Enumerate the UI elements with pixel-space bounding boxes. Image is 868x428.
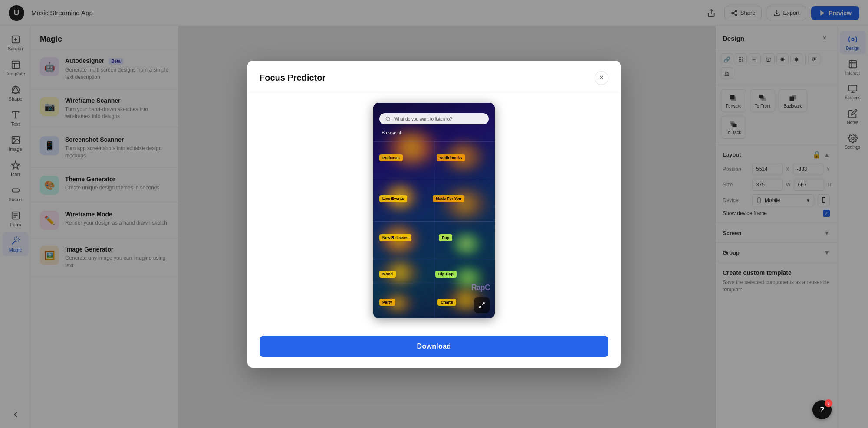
label-pop: Pop xyxy=(439,234,452,241)
svg-point-56 xyxy=(386,117,390,121)
grid-col xyxy=(434,141,434,318)
label-live-events: Live Events xyxy=(379,195,407,202)
help-button[interactable]: ? 6 xyxy=(812,400,832,419)
heat-spot-6 xyxy=(450,232,483,256)
svg-line-58 xyxy=(482,303,484,305)
modal-close-button[interactable]: × xyxy=(595,71,608,85)
label-hiphop: Hip-Hop xyxy=(435,271,457,278)
modal-body: What do you want to listen to? Browse al… xyxy=(247,92,621,329)
label-party: Party xyxy=(379,299,395,306)
label-mood: Mood xyxy=(379,271,396,278)
heat-spot-4 xyxy=(441,189,489,219)
heatmap-container: What do you want to listen to? Browse al… xyxy=(373,103,495,318)
svg-line-57 xyxy=(389,120,390,121)
label-audiobooks: Audiobooks xyxy=(437,154,465,161)
focus-predictor-modal: Focus Predictor × xyxy=(247,61,621,368)
search-bar-icon xyxy=(385,116,391,121)
browse-all-label: Browse all xyxy=(382,131,402,135)
search-text: What do you want to listen to? xyxy=(394,117,452,121)
label-made-for-you: Made For You xyxy=(433,195,464,202)
modal-header: Focus Predictor × xyxy=(247,61,621,92)
download-button[interactable]: Download xyxy=(260,336,608,357)
label-new-releases: New Releases xyxy=(379,234,411,241)
label-charts: Charts xyxy=(437,299,456,306)
help-area: ? 6 xyxy=(812,400,832,419)
modal-footer: Download xyxy=(247,329,621,368)
rap-c-overlay: RapC xyxy=(471,283,490,292)
expand-button[interactable] xyxy=(474,297,490,313)
notification-badge: 6 xyxy=(825,399,832,407)
svg-line-59 xyxy=(479,306,481,308)
expand-icon xyxy=(478,302,485,309)
modal-overlay: Focus Predictor × xyxy=(0,0,868,428)
label-podcasts: Podcasts xyxy=(379,154,403,161)
modal-title: Focus Predictor xyxy=(260,73,326,83)
heatmap-bg: What do you want to listen to? Browse al… xyxy=(373,103,495,318)
search-bar: What do you want to listen to? xyxy=(379,113,489,124)
